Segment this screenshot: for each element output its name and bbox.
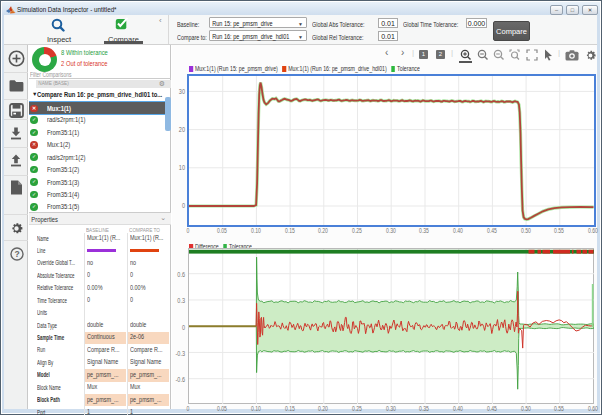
svg-text:?: ? <box>14 249 19 259</box>
